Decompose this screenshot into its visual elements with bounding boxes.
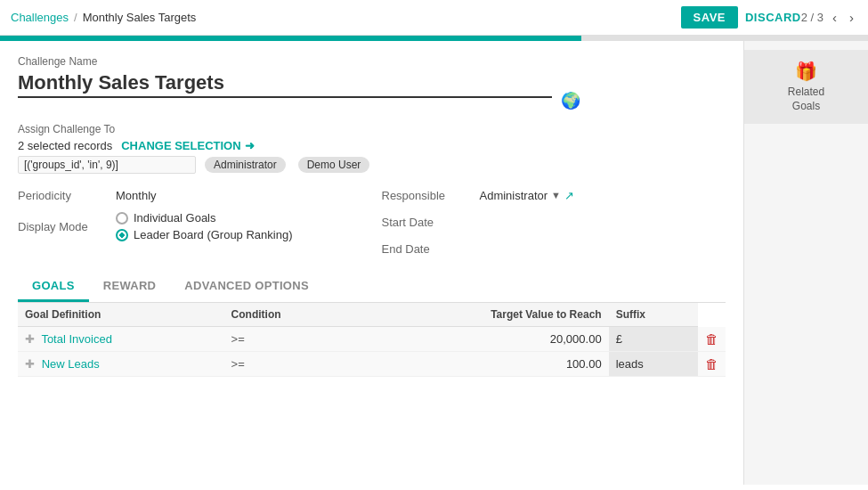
assign-challenge-section: Assign Challenge To 2 selected records C… bbox=[18, 123, 726, 174]
radio-circle-individual bbox=[116, 212, 128, 225]
domain-text: [('groups_id', 'in', 9)] bbox=[18, 156, 196, 174]
goal-definition-cell: ✚ Total Invoiced bbox=[18, 327, 224, 352]
assign-row: 2 selected records CHANGE SELECTION ➜ bbox=[18, 139, 726, 152]
delete-icon[interactable]: 🗑 bbox=[705, 331, 718, 347]
gift-icon: 🎁 bbox=[795, 61, 817, 82]
target-value-cell: 20,000.00 bbox=[354, 327, 609, 352]
col-condition: Condition bbox=[224, 303, 354, 327]
progress-bar-fill bbox=[0, 36, 581, 41]
change-selection-label: CHANGE SELECTION bbox=[121, 139, 240, 152]
radio-circle-leader-board bbox=[116, 229, 128, 241]
display-mode-radio-group: Individual Goals Leader Board (Group Ran… bbox=[116, 211, 293, 241]
breadcrumb-parent[interactable]: Challenges bbox=[11, 11, 69, 24]
radio-individual-goals[interactable]: Individual Goals bbox=[116, 211, 293, 225]
target-value-cell: 100.00 bbox=[354, 351, 609, 376]
breadcrumb-current: Monthly Sales Targets bbox=[83, 11, 197, 24]
prev-record-button[interactable]: ‹ bbox=[829, 8, 840, 27]
col-target-value: Target Value to Reach bbox=[354, 303, 609, 327]
start-date-label: Start Date bbox=[382, 216, 471, 229]
tab-advanced-options[interactable]: ADVANCED OPTIONS bbox=[170, 272, 323, 302]
table-row: ✚ Total Invoiced >= 20,000.00 £ 🗑 bbox=[18, 327, 726, 352]
end-date-label: End Date bbox=[382, 242, 471, 256]
radio-leader-board[interactable]: Leader Board (Group Ranking) bbox=[116, 228, 293, 241]
periodicity-row: Periodicity Monthly bbox=[18, 184, 293, 206]
top-actions: SAVE DISCARD bbox=[681, 6, 801, 29]
related-goals-label: RelatedGoals bbox=[788, 86, 824, 113]
responsible-row: Responsible Administrator ▼ ↗ bbox=[382, 184, 574, 206]
delete-cell: 🗑 bbox=[698, 327, 726, 352]
end-date-row: End Date bbox=[382, 238, 574, 259]
responsible-label: Responsible bbox=[382, 189, 471, 202]
radio-label-leader-board: Leader Board (Group Ranking) bbox=[134, 228, 293, 241]
record-position: 2 / 3 bbox=[801, 11, 823, 24]
right-sidebar: 🎁 RelatedGoals bbox=[743, 41, 868, 485]
tab-reward[interactable]: REWARD bbox=[89, 272, 171, 302]
delete-icon[interactable]: 🗑 bbox=[705, 356, 718, 372]
record-nav: 2 / 3 ‹ › bbox=[801, 8, 857, 27]
delete-cell: 🗑 bbox=[698, 351, 726, 376]
drag-handle-icon[interactable]: ✚ bbox=[25, 332, 35, 346]
breadcrumb: Challenges / Monthly Sales Targets bbox=[11, 11, 681, 24]
globe-icon: 🌍 bbox=[561, 91, 580, 110]
responsible-value: Administrator bbox=[480, 189, 548, 202]
badge-administrator: Administrator bbox=[205, 157, 286, 173]
display-mode-label: Display Mode bbox=[18, 220, 107, 233]
right-fields: Responsible Administrator ▼ ↗ Start Date… bbox=[382, 184, 574, 259]
challenge-name-label: Challenge Name bbox=[18, 55, 726, 68]
badge-demo-user: Demo User bbox=[298, 157, 370, 173]
progress-bar bbox=[0, 36, 868, 41]
top-bar: Challenges / Monthly Sales Targets SAVE … bbox=[0, 0, 868, 36]
start-date-row: Start Date bbox=[382, 211, 574, 233]
goals-table: Goal Definition Condition Target Value t… bbox=[18, 303, 726, 377]
condition-cell: >= bbox=[224, 351, 354, 376]
next-record-button[interactable]: › bbox=[846, 8, 857, 27]
periodicity-label: Periodicity bbox=[18, 189, 107, 202]
suffix-cell: £ bbox=[609, 327, 698, 352]
col-goal-definition: Goal Definition bbox=[18, 303, 224, 327]
periodicity-value: Monthly bbox=[116, 189, 157, 202]
table-row: ✚ New Leads >= 100.00 leads 🗑 bbox=[18, 351, 726, 376]
content-area: Challenge Name 🌍 Assign Challenge To 2 s… bbox=[0, 41, 868, 485]
condition-cell: >= bbox=[224, 327, 354, 352]
tab-goals[interactable]: GOALS bbox=[18, 272, 89, 302]
domain-row: [('groups_id', 'in', 9)] Administrator D… bbox=[18, 156, 726, 174]
challenge-name-input[interactable] bbox=[18, 69, 552, 98]
radio-label-individual: Individual Goals bbox=[134, 211, 216, 225]
left-fields: Periodicity Monthly Display Mode Individ… bbox=[18, 184, 293, 259]
goal-link[interactable]: New Leads bbox=[42, 357, 100, 371]
discard-button[interactable]: DISCARD bbox=[745, 11, 801, 24]
breadcrumb-separator: / bbox=[74, 11, 77, 24]
assign-label: Assign Challenge To bbox=[18, 123, 726, 135]
goal-link[interactable]: Total Invoiced bbox=[41, 332, 112, 346]
external-link-icon[interactable]: ↗ bbox=[564, 189, 574, 202]
dropdown-arrow-icon: ▼ bbox=[551, 190, 561, 200]
change-selection-button[interactable]: CHANGE SELECTION ➜ bbox=[121, 139, 254, 152]
responsible-dropdown[interactable]: Administrator ▼ ↗ bbox=[480, 189, 574, 202]
arrow-right-icon: ➜ bbox=[245, 139, 255, 152]
suffix-cell: leads bbox=[609, 351, 698, 376]
main-form: Challenge Name 🌍 Assign Challenge To 2 s… bbox=[0, 41, 743, 485]
col-suffix: Suffix bbox=[609, 303, 698, 327]
selected-records-count: 2 selected records bbox=[18, 139, 112, 152]
name-row: 🌍 bbox=[18, 69, 726, 110]
goal-definition-cell: ✚ New Leads bbox=[18, 351, 224, 376]
tabs-bar: GOALS REWARD ADVANCED OPTIONS bbox=[18, 272, 726, 303]
drag-handle-icon[interactable]: ✚ bbox=[25, 357, 35, 371]
save-button[interactable]: SAVE bbox=[681, 6, 738, 29]
related-goals-button[interactable]: 🎁 RelatedGoals bbox=[744, 50, 868, 124]
display-mode-row: Display Mode Individual Goals Leader Boa… bbox=[18, 211, 293, 241]
fields-row: Periodicity Monthly Display Mode Individ… bbox=[18, 184, 726, 259]
